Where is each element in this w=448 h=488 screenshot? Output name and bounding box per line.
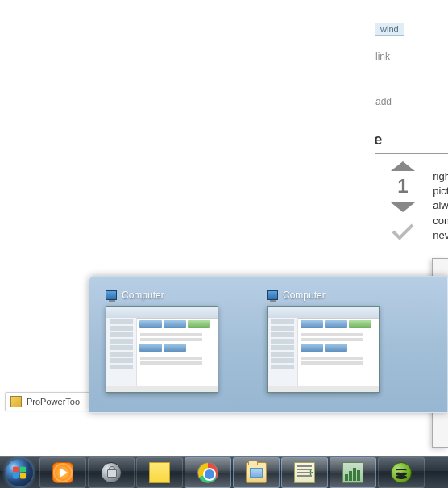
window-thumbnail[interactable]: Computer <box>267 290 380 399</box>
vote-controls: 1 <box>388 161 417 244</box>
spotify-icon <box>391 462 412 483</box>
upvote-button[interactable] <box>391 161 415 171</box>
question-tag[interactable]: wind <box>375 23 404 36</box>
link-action[interactable]: link <box>375 51 448 62</box>
taskbar-item-notepadpp[interactable] <box>281 457 328 488</box>
sticky-note-icon <box>149 462 170 483</box>
taskbar <box>0 456 448 488</box>
notepad-icon <box>294 462 315 483</box>
add-comment[interactable]: add <box>375 96 448 107</box>
downvote-button[interactable] <box>391 202 415 212</box>
window-thumbnail[interactable]: Computer <box>106 290 218 399</box>
aero-peek-preview: Computer Computer <box>89 276 448 413</box>
app-icon <box>10 396 22 407</box>
taskbar-item-explorer[interactable] <box>233 457 280 488</box>
taskbar-item-secure-app[interactable] <box>88 457 135 488</box>
media-player-icon <box>52 462 73 483</box>
accept-answer-icon[interactable] <box>388 222 417 244</box>
chrome-icon <box>197 462 218 483</box>
webpage-background: wind link add 1 Answe 1 righ pict alwa c… <box>0 0 448 452</box>
taskbar-item-sticky-notes[interactable] <box>136 457 183 488</box>
windows-logo-icon <box>5 458 34 487</box>
vote-count: 1 <box>388 175 417 198</box>
taskbar-tooltip[interactable]: ProPowerToo <box>5 392 98 411</box>
answers-heading: 1 Answe <box>375 131 448 154</box>
answer-text: righ pict alwa com nev <box>433 169 448 243</box>
lock-icon <box>101 462 122 483</box>
folder-icon <box>246 462 267 483</box>
taskbar-item-media-player[interactable] <box>39 457 86 488</box>
start-button[interactable] <box>0 457 39 489</box>
thumbnail-image[interactable] <box>267 306 380 393</box>
taskbar-item-spotify[interactable] <box>378 457 425 488</box>
thumbnail-title: Computer <box>122 290 164 301</box>
computer-icon <box>106 290 117 300</box>
chart-icon <box>342 462 363 483</box>
tooltip-label: ProPowerToo <box>27 397 80 407</box>
taskbar-item-chrome[interactable] <box>185 457 231 488</box>
thumbnail-image[interactable] <box>106 306 218 393</box>
taskbar-item-taskmanager[interactable] <box>330 457 376 488</box>
thumbnail-title: Computer <box>283 290 326 301</box>
computer-icon <box>267 290 278 300</box>
